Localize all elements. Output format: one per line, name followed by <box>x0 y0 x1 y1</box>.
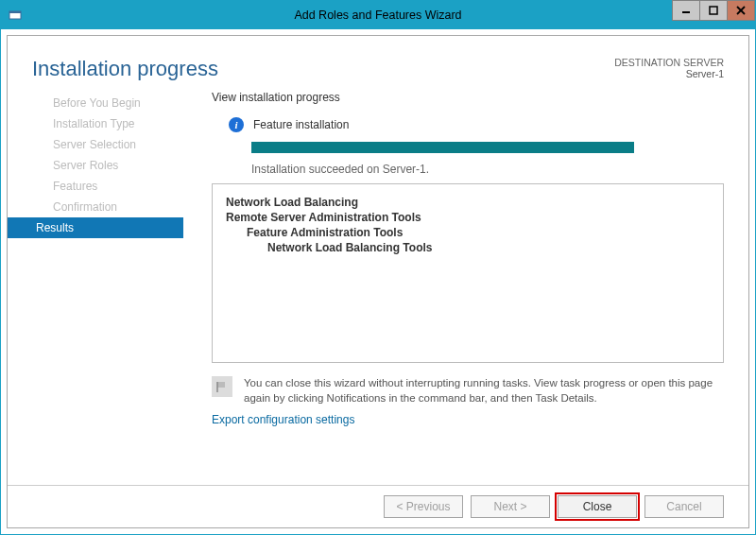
nav-results[interactable]: Results <box>8 217 183 238</box>
header: Installation progress DESTINATION SERVER… <box>8 36 748 91</box>
flag-icon <box>212 376 232 397</box>
close-button[interactable]: Close <box>558 495 637 518</box>
hint-text: You can close this wizard without interr… <box>244 376 724 406</box>
result-item: Network Load Balancing <box>226 196 710 209</box>
footer: < Previous Next > Close Cancel <box>8 485 748 527</box>
previous-button: < Previous <box>384 495 463 518</box>
next-button: Next > <box>471 495 550 518</box>
svg-rect-3 <box>710 7 717 14</box>
progress-bar <box>251 142 634 153</box>
main: View installation progress i Feature ins… <box>183 91 724 485</box>
result-item: Remote Server Administration Tools <box>226 211 710 224</box>
nav-confirmation: Confirmation <box>8 197 183 217</box>
body: Before You Begin Installation Type Serve… <box>8 91 748 485</box>
export-link[interactable]: Export configuration settings <box>212 413 724 426</box>
wizard-window: Add Roles and Features Wizard Installati… <box>0 0 756 535</box>
hint: You can close this wizard without interr… <box>212 376 724 406</box>
result-item: Network Load Balancing Tools <box>267 241 710 254</box>
close-window-button[interactable] <box>727 0 755 21</box>
results-box[interactable]: Network Load Balancing Remote Server Adm… <box>212 183 724 363</box>
status-row: i Feature installation <box>212 117 724 132</box>
destination-label: DESTINATION SERVER <box>614 57 724 68</box>
window-buttons <box>673 0 755 21</box>
titlebar[interactable]: Add Roles and Features Wizard <box>1 1 755 29</box>
page-title: Installation progress <box>32 57 218 81</box>
window-title: Add Roles and Features Wizard <box>1 9 755 22</box>
nav-before-you-begin: Before You Begin <box>8 93 183 113</box>
client-area: Installation progress DESTINATION SERVER… <box>7 35 749 528</box>
succeeded-text: Installation succeeded on Server-1. <box>251 163 724 176</box>
nav-server-roles: Server Roles <box>8 155 183 176</box>
result-item: Feature Administration Tools <box>247 226 710 239</box>
nav-server-selection: Server Selection <box>8 134 183 155</box>
minimize-button[interactable] <box>672 0 700 21</box>
status-text: Feature installation <box>253 118 349 131</box>
destination-value: Server-1 <box>614 68 724 79</box>
subhead: View installation progress <box>212 91 724 104</box>
system-icon <box>7 7 24 24</box>
nav-features: Features <box>8 176 183 197</box>
info-icon: i <box>229 117 244 132</box>
svg-rect-1 <box>9 11 21 13</box>
nav-installation-type: Installation Type <box>8 113 183 134</box>
maximize-button[interactable] <box>699 0 728 21</box>
nav: Before You Begin Installation Type Serve… <box>8 91 183 485</box>
svg-rect-6 <box>217 382 225 388</box>
destination-server: DESTINATION SERVER Server-1 <box>614 57 724 81</box>
cancel-button: Cancel <box>644 495 724 518</box>
